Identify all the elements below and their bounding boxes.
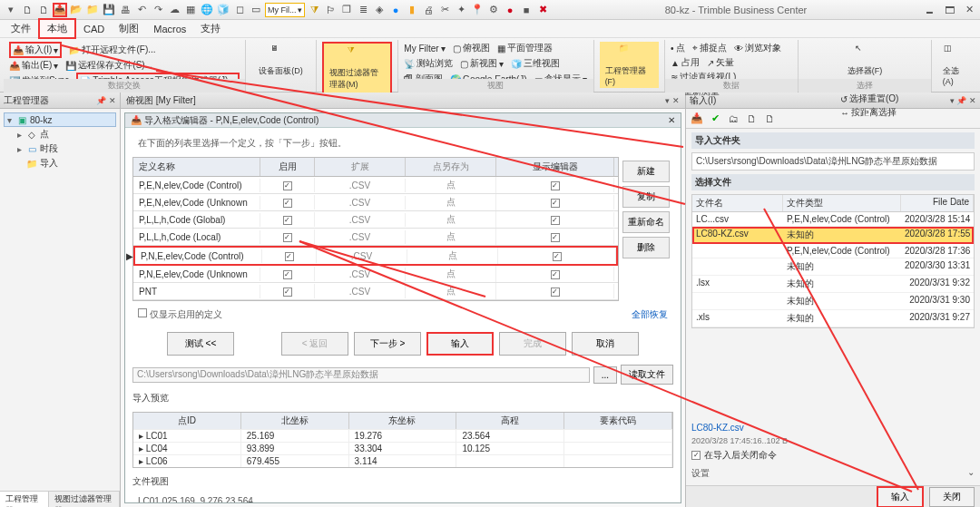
def-row[interactable]: PNT .CSV 点: [133, 283, 618, 300]
pv-col-h[interactable]: 高程: [456, 413, 564, 429]
menu-support[interactable]: 支持: [193, 20, 228, 37]
left-tab-filter[interactable]: 视图过滤器管理器: [49, 492, 120, 507]
expand-icon[interactable]: ▸: [15, 130, 24, 140]
qat-layer-icon[interactable]: ❐: [339, 3, 354, 17]
def-delete-button[interactable]: 删除: [622, 237, 670, 258]
qat-new2-icon[interactable]: 🗋: [36, 3, 51, 17]
tree-root[interactable]: ▾ ▣ 80-kz: [4, 112, 116, 127]
rp-browse-icon[interactable]: 🗂: [726, 112, 740, 126]
file-row[interactable]: LC80-KZ.csv 未知的 2020/3/28 17:55: [692, 227, 974, 244]
qat-redo-icon[interactable]: ↷: [151, 3, 165, 17]
browse-button[interactable]: ...: [593, 366, 617, 384]
qat-stop-icon[interactable]: ■: [519, 3, 534, 17]
folder-path[interactable]: C:\Users\rsong\Downloads\Data\漳州LNG静态半星原…: [691, 152, 975, 171]
qat-save-icon[interactable]: 💾: [102, 3, 116, 17]
rp-check-icon[interactable]: ✔: [708, 112, 722, 126]
rb-sel-filter[interactable]: ↖ 选择器(F): [804, 42, 926, 79]
def-copy-button[interactable]: 复制: [622, 186, 670, 208]
col-name[interactable]: 定义名称: [133, 158, 260, 176]
qat-gear-icon[interactable]: ⚙: [486, 3, 501, 17]
rp-import-icon[interactable]: 📥: [690, 112, 704, 126]
wiz-test-button[interactable]: 测试 <<: [167, 332, 234, 356]
col-ed[interactable]: 显示编辑器: [496, 158, 614, 176]
recalc-all-link[interactable]: 全部恢复: [632, 308, 668, 321]
qat-flag-icon[interactable]: 🏳: [323, 3, 338, 17]
preview-row[interactable]: ▸ LC06679.4553.114: [133, 454, 672, 467]
rb-station[interactable]: 📡 测站浏览: [404, 57, 453, 70]
rb-remote-save[interactable]: 💾 远程保存文件(S)...: [65, 59, 152, 72]
rb-seldist[interactable]: ↔ 按距离选择: [840, 106, 926, 119]
rb-capture[interactable]: ⌖ 捕捉点: [692, 42, 727, 54]
wiz-input-button[interactable]: 输入: [426, 332, 494, 356]
preview-row[interactable]: ▸ LC0125.16919.27623.564: [133, 429, 672, 442]
preview-row[interactable]: ▸ LC0493.89933.30410.125: [133, 442, 672, 454]
qat-open-icon[interactable]: 📂: [69, 3, 83, 17]
qat-diamond-icon[interactable]: ◈: [372, 3, 387, 17]
qat-open2-icon[interactable]: 📁: [85, 3, 100, 17]
left-tab-proj[interactable]: 工程管理器: [0, 492, 49, 507]
qat-pin-icon[interactable]: 📍: [470, 3, 485, 17]
tree-import[interactable]: 📁 导入: [4, 156, 116, 171]
rp-doc1-icon[interactable]: 🗋: [744, 112, 759, 126]
wiz-clear-button[interactable]: 取消: [572, 332, 639, 356]
rb-pt[interactable]: • 点: [671, 42, 685, 54]
menu-local[interactable]: 本地: [38, 18, 76, 39]
rb-topview[interactable]: ▢ 俯视图: [453, 42, 490, 54]
minimize-icon[interactable]: 🗕: [922, 3, 936, 17]
file-row[interactable]: 未知的 2020/3/30 13:31: [692, 258, 974, 276]
file-row[interactable]: LC...csv P,E,N,elev,Code (Control) 2020/…: [692, 212, 974, 227]
qat-record-icon[interactable]: ●: [503, 3, 517, 17]
pv-col-n[interactable]: 北坐标: [241, 413, 349, 429]
qat-undo-icon[interactable]: ↶: [134, 3, 149, 17]
dialog-close-icon[interactable]: ✕: [668, 115, 675, 125]
qat-filter-dropdown[interactable]: My Fil...▾: [265, 3, 305, 17]
collapse-icon[interactable]: ▾: [5, 115, 14, 125]
col-pt[interactable]: 点另存为: [406, 158, 496, 176]
col-enable[interactable]: 启用: [260, 158, 315, 176]
rp-doc2-icon[interactable]: 🗋: [762, 112, 777, 126]
rb-occupy[interactable]: ▲ 占用: [671, 56, 700, 69]
wiz-finish-button[interactable]: 完成: [499, 332, 566, 356]
tree-points[interactable]: ▸ ◇ 点: [4, 127, 116, 141]
pv-col-c[interactable]: 要素代码: [564, 413, 672, 429]
maximize-icon[interactable]: 🗖: [942, 3, 956, 17]
qat-compass-icon[interactable]: ✦: [454, 3, 468, 17]
expand-icon[interactable]: ▸: [15, 144, 24, 154]
qat-menu-icon[interactable]: ▾: [4, 3, 18, 17]
rb-vector[interactable]: ↗ 矢量: [707, 56, 734, 69]
def-rename-button[interactable]: 重新命名: [622, 211, 670, 233]
pv-col-id[interactable]: 点ID: [133, 413, 241, 429]
rb-3dview[interactable]: 🧊 三维视图: [511, 57, 560, 70]
wiz-back-button[interactable]: < 返回: [281, 332, 348, 356]
file-row[interactable]: .xls 未知的 2020/3/31 9:27: [692, 310, 974, 327]
file-row[interactable]: 未知的 2020/3/31 9:30: [692, 293, 974, 310]
rb-planmgr[interactable]: ▦ 平面管理器: [497, 42, 553, 54]
def-new-button[interactable]: 新建: [622, 161, 670, 182]
rb-selreset[interactable]: ↺ 选择重置(O): [840, 93, 926, 105]
qat-cube-icon[interactable]: 🧊: [216, 3, 230, 17]
pin-icon[interactable]: 📌 ✕: [96, 96, 116, 105]
wiz-next-button[interactable]: 下一步 >: [354, 332, 421, 356]
def-row[interactable]: P,L,L,h,Code (Local) .CSV 点: [133, 229, 618, 246]
rb-open-remote[interactable]: 📂 打开远程文件(F)...: [69, 44, 155, 56]
qat-import-icon[interactable]: 📥: [53, 3, 67, 17]
rb-eng-mgr[interactable]: 📁 工程管理器(F): [600, 42, 659, 88]
qat-stack-icon[interactable]: ≣: [356, 3, 370, 17]
qat-box-icon[interactable]: ◻: [232, 3, 247, 17]
path-input[interactable]: [132, 367, 590, 383]
qat-tool-icon[interactable]: ✂: [437, 3, 452, 17]
right-close-button[interactable]: 关闭: [929, 487, 975, 507]
fl-col-name[interactable]: 文件名: [692, 195, 783, 211]
def-row[interactable]: P,L,L,h,Code (Global) .CSV 点: [133, 211, 618, 229]
rb-input[interactable]: 📥 输入(I) ▾: [9, 42, 62, 58]
qat-orange-doc-icon[interactable]: ▮: [405, 3, 419, 17]
right-input-button[interactable]: 输入: [877, 486, 924, 508]
close-after-checkbox[interactable]: 在导入后关闭命令: [691, 449, 975, 462]
rb-output[interactable]: 📤 输出(E) ▾: [9, 59, 58, 72]
def-row[interactable]: P,E,N,elev,Code (Unknown .CSV 点: [133, 194, 618, 211]
rb-view-filter-mgr[interactable]: ⧩ 视图过滤器管理器(M): [322, 42, 392, 94]
def-row[interactable]: P,E,N,elev,Code (Control) .CSV 点: [133, 177, 618, 194]
close-window-icon[interactable]: ✕: [962, 3, 976, 17]
tree-segment[interactable]: ▸ ▭ 时段: [4, 141, 116, 156]
file-row[interactable]: P,E,N,elev,Code (Control) 2020/3/28 17:3…: [692, 244, 974, 258]
